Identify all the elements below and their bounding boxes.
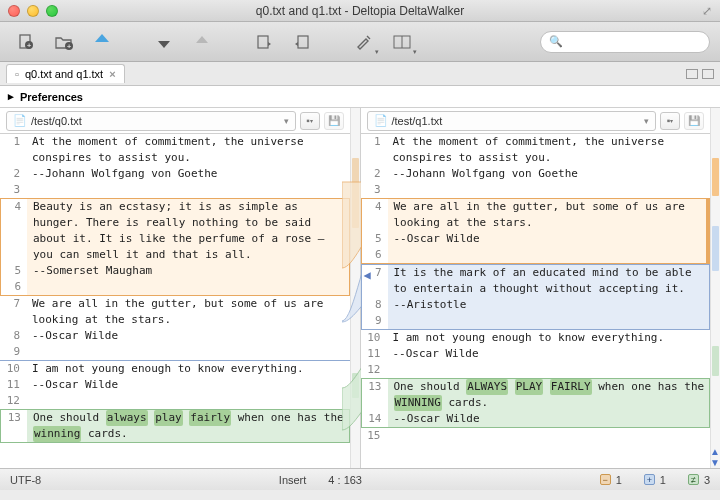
line-text <box>387 362 711 378</box>
preferences-bar[interactable]: ▸ Preferences <box>0 86 720 108</box>
line-number: 12 <box>0 393 26 409</box>
close-tab-button[interactable]: × <box>109 68 115 80</box>
line-number: 9 <box>0 344 26 360</box>
search-input[interactable]: 🔍 <box>540 31 710 53</box>
code-line: 12 <box>0 393 350 409</box>
minimize-pane-button[interactable] <box>686 69 698 79</box>
chevron-down-icon[interactable]: ▾ <box>644 116 649 126</box>
deleted-count: −1 <box>600 474 622 486</box>
file-icon: ▫ <box>15 68 19 80</box>
code-line: 6 <box>362 247 707 263</box>
left-path-input[interactable]: 📄 /test/q0.txt ▾ <box>6 111 296 131</box>
left-save-button[interactable]: 💾 <box>324 112 344 130</box>
tab-label: q0.txt and q1.txt <box>25 68 103 80</box>
file-icon: 📄 <box>374 114 388 127</box>
right-pane: 📄 /test/q1.txt ▾ ▪▾ 💾 1At the moment of … <box>361 108 711 468</box>
diff-panes: 📄 /test/q0.txt ▾ ▪▾ 💾 1At the moment of … <box>0 108 720 468</box>
settings-button[interactable]: ▾ <box>348 28 380 56</box>
line-number: 6 <box>1 279 27 295</box>
main-toolbar: + + ▾ ▾ 🔍 <box>0 22 720 62</box>
code-line: 1At the moment of commitment, the univer… <box>361 134 711 166</box>
code-line: 4Beauty is an ecstasy; it is as simple a… <box>1 199 349 263</box>
line-number: 15 <box>361 428 387 444</box>
line-number: 2 <box>361 166 387 182</box>
line-number: 11 <box>361 346 387 362</box>
copy-left-button[interactable] <box>248 28 280 56</box>
left-overview-ruler[interactable] <box>350 108 360 468</box>
line-number: 10 <box>0 361 26 377</box>
minus-icon: − <box>600 474 611 485</box>
preferences-label: Preferences <box>20 91 83 103</box>
line-number: 9 <box>362 313 388 329</box>
diff-block-deleted: 4Beauty is an ecstasy; it is as simple a… <box>0 198 350 296</box>
code-line: 15 <box>361 428 711 444</box>
right-path-text: /test/q1.txt <box>392 115 443 127</box>
encoding-indicator[interactable]: UTF-8 <box>10 474 41 486</box>
code-line: 8--Oscar Wilde <box>0 328 350 344</box>
left-browse-button[interactable]: ▪▾ <box>300 112 320 130</box>
code-line: 5--Somerset Maugham <box>1 263 349 279</box>
new-folder-button[interactable]: + <box>48 28 80 56</box>
sync-arrows[interactable]: ▲▼ <box>710 446 720 468</box>
line-text <box>27 279 349 295</box>
line-text: At the moment of commitment, the univers… <box>387 134 711 166</box>
line-text: It is the mark of an educated mind to be… <box>388 265 710 297</box>
line-text <box>388 313 710 329</box>
line-number: 4 <box>362 199 388 231</box>
line-number: 8 <box>362 297 388 313</box>
line-text: At the moment of commitment, the univers… <box>26 134 350 166</box>
line-number: 5 <box>1 263 27 279</box>
neq-icon: ≠ <box>688 474 699 485</box>
svg-text:+: + <box>67 42 72 51</box>
svg-rect-5 <box>258 36 268 48</box>
status-bar: UTF-8 Insert 4 : 163 −1 +1 ≠3 <box>0 468 720 490</box>
line-number: 7 <box>0 296 26 328</box>
editor-tab[interactable]: ▫ q0.txt and q1.txt × <box>6 64 125 83</box>
right-browse-button[interactable]: ▪▾ <box>660 112 680 130</box>
line-number: 6 <box>362 247 388 263</box>
code-line: 9 <box>0 344 350 360</box>
line-number: 3 <box>361 182 387 198</box>
line-text <box>387 182 711 198</box>
sync-button[interactable] <box>86 28 118 56</box>
disclosure-triangle-icon: ▸ <box>8 90 14 103</box>
diff-block-changed: 13One should always play fairly when one… <box>0 409 350 443</box>
code-line: 10I am not young enough to know everythi… <box>361 330 711 346</box>
merge-left-icon[interactable]: ◀ <box>364 267 371 283</box>
new-file-button[interactable]: + <box>10 28 42 56</box>
line-number: 5 <box>362 231 388 247</box>
chevron-down-icon[interactable]: ▾ <box>284 116 289 126</box>
right-save-button[interactable]: 💾 <box>684 112 704 130</box>
prev-diff-button[interactable] <box>186 28 218 56</box>
line-number: 8 <box>0 328 26 344</box>
code-line: 3 <box>0 182 350 198</box>
diff-block-deleted: 4We are all in the gutter, but some of u… <box>361 198 711 264</box>
code-line: 7We are all in the gutter, but some of u… <box>0 296 350 328</box>
line-number: 4 <box>1 199 27 263</box>
code-line: 11--Oscar Wilde <box>0 377 350 393</box>
right-path-bar: 📄 /test/q1.txt ▾ ▪▾ 💾 <box>361 108 711 134</box>
code-line: 8--Aristotle <box>362 297 710 313</box>
maximize-pane-button[interactable] <box>702 69 714 79</box>
code-line: 1At the moment of commitment, the univer… <box>0 134 350 166</box>
next-diff-button[interactable] <box>148 28 180 56</box>
code-line: 2--Johann Wolfgang von Goethe <box>361 166 711 182</box>
added-count: +1 <box>644 474 666 486</box>
tab-bar: ▫ q0.txt and q1.txt × <box>0 62 720 86</box>
right-overview-ruler[interactable]: ▲▼ <box>710 108 720 468</box>
line-number: 1 <box>0 134 26 166</box>
insert-mode-indicator[interactable]: Insert <box>279 474 307 486</box>
code-line: 5--Oscar Wilde <box>362 231 707 247</box>
line-text: --Oscar Wilde <box>26 377 350 393</box>
right-path-input[interactable]: 📄 /test/q1.txt ▾ <box>367 111 657 131</box>
code-line: 6 <box>1 279 349 295</box>
right-editor[interactable]: 1At the moment of commitment, the univer… <box>361 134 711 468</box>
code-line: 9 <box>362 313 710 329</box>
code-line: 11--Oscar Wilde <box>361 346 711 362</box>
line-text: We are all in the gutter, but some of us… <box>26 296 350 328</box>
line-text <box>26 344 350 360</box>
left-editor[interactable]: 1At the moment of commitment, the univer… <box>0 134 350 468</box>
copy-right-button[interactable] <box>286 28 318 56</box>
layout-button[interactable]: ▾ <box>386 28 418 56</box>
code-line: 12 <box>361 362 711 378</box>
